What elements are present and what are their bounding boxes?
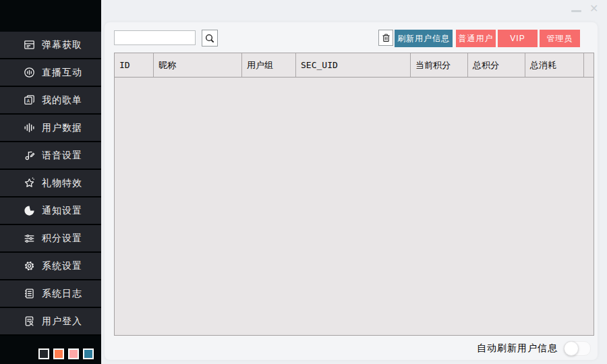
user-data-icon (23, 121, 36, 134)
table-body (115, 78, 594, 335)
sidebar-item-points-settings[interactable]: 积分设置 (0, 225, 101, 253)
main-panel: 刷新用户信息 普通用户 VIP 管理员 ID 昵称 用户组 SEC_UID 当前… (105, 22, 598, 360)
sidebar-item-system-log[interactable]: 系统日志 (0, 280, 101, 308)
theme-swatch-pink[interactable] (68, 348, 79, 359)
sidebar-item-label: 用户数据 (42, 122, 82, 134)
close-icon[interactable]: ✕ (589, 3, 598, 14)
table-header-id: ID (115, 53, 154, 77)
filter-vip-button[interactable]: VIP (498, 30, 538, 47)
refresh-user-info-button[interactable]: 刷新用户信息 (395, 30, 453, 47)
sidebar-item-label: 系统设置 (42, 260, 82, 272)
sidebar-item-label: 我的歌单 (42, 94, 82, 107)
table-header-nickname: 昵称 (154, 53, 242, 77)
table-header-current-points: 当前积分 (411, 53, 468, 77)
search-button[interactable] (202, 30, 218, 47)
my-playlist-icon: A (23, 94, 36, 107)
user-table: ID 昵称 用户组 SEC_UID 当前积分 总积分 总消耗 (114, 53, 594, 336)
auto-refresh-toggle[interactable] (564, 341, 591, 356)
table-header-row: ID 昵称 用户组 SEC_UID 当前积分 总积分 总消耗 (115, 53, 594, 78)
trash-icon (381, 32, 391, 43)
theme-swatch-orange[interactable] (53, 348, 64, 359)
user-login-icon (23, 315, 36, 328)
sidebar-item-label: 弹幕获取 (42, 39, 82, 51)
theme-swatch-dark[interactable] (38, 348, 49, 359)
search-icon (204, 33, 215, 44)
sidebar-item-label: 系统日志 (42, 288, 82, 300)
filter-normal-user-button[interactable]: 普通用户 (456, 30, 496, 47)
sidebar-item-user-login[interactable]: 用户登入 (0, 308, 101, 336)
sidebar-nav: 弹幕获取 直播互动 A 我的歌单 (0, 32, 101, 336)
sidebar-item-gift-effects[interactable]: 礼物特效 (0, 170, 101, 198)
auto-refresh-row: 自动刷新用户信息 (477, 341, 591, 356)
sidebar-item-system-settings[interactable]: 系统设置 (0, 253, 101, 280)
toggle-knob (564, 341, 579, 356)
voice-settings-icon (23, 149, 36, 162)
sidebar-item-label: 用户登入 (42, 315, 82, 328)
sidebar-item-label: 直播互动 (42, 67, 82, 79)
sidebar-item-notification-settings[interactable]: 通知设置 (0, 198, 101, 225)
system-settings-icon (23, 260, 36, 272)
sidebar-item-label: 通知设置 (42, 205, 82, 217)
gift-effects-icon (23, 177, 36, 189)
sidebar-item-danmaku[interactable]: 弹幕获取 (0, 32, 101, 59)
danmaku-icon (23, 38, 36, 51)
svg-text:A: A (27, 98, 30, 103)
table-header-total-points: 总积分 (468, 53, 525, 77)
filter-admin-button[interactable]: 管理员 (540, 30, 580, 47)
sidebar-item-label: 积分设置 (42, 233, 82, 245)
system-log-icon (23, 287, 36, 300)
table-header-sec-uid: SEC_UID (296, 53, 411, 77)
delete-button[interactable] (378, 30, 393, 46)
sidebar-item-label: 语音设置 (42, 150, 82, 162)
theme-swatches (38, 348, 94, 359)
points-settings-icon (23, 232, 36, 245)
sidebar: 弹幕获取 直播互动 A 我的歌单 (0, 0, 101, 364)
sidebar-item-user-data[interactable]: 用户数据 (0, 115, 101, 142)
auto-refresh-label: 自动刷新用户信息 (477, 342, 558, 355)
minimize-icon[interactable] (571, 10, 581, 12)
table-header-total-consumed: 总消耗 (525, 53, 584, 77)
notification-settings-icon (23, 204, 36, 217)
sidebar-item-label: 礼物特效 (42, 177, 82, 189)
live-interaction-icon (23, 66, 36, 79)
theme-swatch-teal[interactable] (83, 348, 94, 359)
sidebar-item-my-playlist[interactable]: A 我的歌单 (0, 87, 101, 115)
table-header-user-group: 用户组 (242, 53, 296, 77)
search-input[interactable] (114, 30, 196, 45)
table-header-empty (584, 53, 594, 77)
sidebar-item-voice-settings[interactable]: 语音设置 (0, 142, 101, 170)
sidebar-item-live-interaction[interactable]: 直播互动 (0, 59, 101, 87)
